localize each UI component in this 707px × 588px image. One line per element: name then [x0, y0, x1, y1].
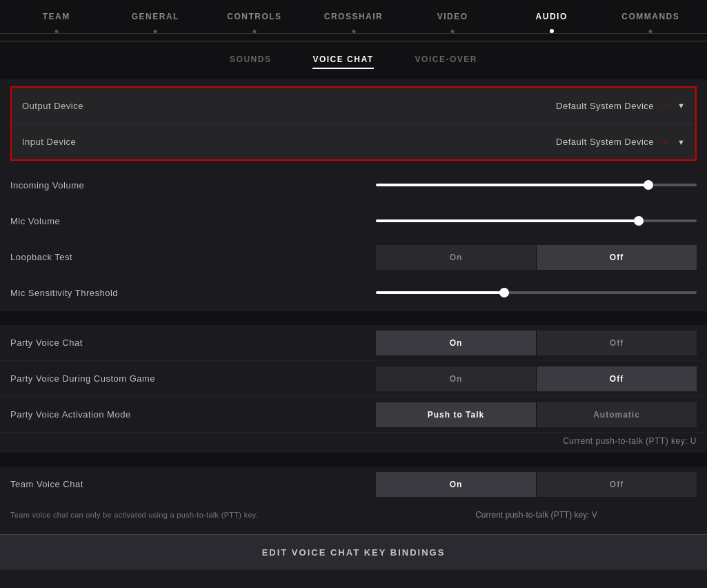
- edit-keybindings-button[interactable]: EDIT VOICE CHAT KEY BINDINGS: [0, 534, 707, 570]
- team-note-row: Team voice chat can only be activated us…: [0, 502, 707, 527]
- loopback-test-row: Loopback Test On Off: [0, 239, 707, 275]
- output-device-control[interactable]: Default System Device → ▼: [388, 100, 685, 111]
- party-voice-custom-off-button[interactable]: Off: [536, 366, 697, 391]
- party-voice-custom-row: Party Voice During Custom Game On Off: [0, 361, 707, 397]
- party-voice-chat-label: Party Voice Chat: [10, 337, 376, 348]
- party-ptt-info: Current push-to-talk (PTT) key: U: [0, 433, 707, 453]
- team-voice-chat-off-button[interactable]: Off: [536, 472, 697, 497]
- chevron-down-icon-2: ▼: [677, 138, 685, 146]
- top-navigation: TEAM GENERAL CONTROLS CROSSHAIR VIDEO AU…: [0, 0, 707, 34]
- party-voice-custom-on-button[interactable]: On: [376, 366, 536, 391]
- tab-commands[interactable]: COMMANDS: [601, 0, 700, 33]
- party-voice-activation-toggle: Push to Talk Automatic: [376, 402, 697, 427]
- mic-sensitivity-slider[interactable]: [376, 291, 697, 295]
- loopback-test-label: Loopback Test: [10, 252, 376, 262]
- slider-track-3: [376, 291, 697, 294]
- settings-content: Output Device Default System Device → ▼ …: [0, 86, 707, 527]
- output-device-row: Output Device Default System Device → ▼: [12, 88, 695, 124]
- incoming-volume-label: Incoming Volume: [10, 180, 376, 190]
- mic-volume-label: Mic Volume: [10, 216, 376, 226]
- input-device-label: Input Device: [22, 137, 388, 147]
- push-to-talk-button[interactable]: Push to Talk: [376, 402, 536, 427]
- slider-thumb-3[interactable]: [499, 288, 509, 297]
- slider-track: [376, 184, 697, 186]
- slider-thumb-2[interactable]: [634, 216, 644, 226]
- tab-crosshair[interactable]: CROSSHAIR: [304, 0, 404, 33]
- tab-audio[interactable]: AUDIO: [502, 0, 601, 33]
- team-voice-chat-control: On Off: [376, 472, 697, 497]
- tab-team[interactable]: TEAM: [7, 0, 106, 33]
- slider-thumb[interactable]: [644, 180, 653, 190]
- mic-sensitivity-row: Mic Sensitivity Threshold: [0, 275, 707, 311]
- section-divider-2: [0, 453, 707, 467]
- nav-connector: [0, 34, 707, 48]
- subtab-voice-chat[interactable]: VOICE CHAT: [312, 55, 373, 69]
- team-note-text: Team voice chat can only be activated us…: [10, 511, 376, 519]
- slider-fill: [376, 184, 648, 186]
- mic-volume-slider[interactable]: [376, 219, 697, 224]
- slider-fill-2: [376, 219, 639, 222]
- loopback-test-control: On Off: [376, 245, 697, 270]
- party-voice-activation-row: Party Voice Activation Mode Push to Talk…: [0, 397, 707, 433]
- mic-sensitivity-label: Mic Sensitivity Threshold: [10, 288, 376, 298]
- tab-controls[interactable]: CONTROLS: [205, 0, 304, 33]
- sub-navigation: SOUNDS VOICE CHAT VOICE-OVER: [0, 48, 707, 79]
- slider-track-2: [376, 219, 697, 222]
- party-voice-activation-control: Push to Talk Automatic: [376, 402, 697, 427]
- party-voice-chat-toggle: On Off: [376, 331, 697, 355]
- party-voice-custom-control: On Off: [376, 366, 697, 391]
- party-ptt-text: Current push-to-talk (PTT) key: U: [563, 436, 697, 446]
- party-voice-custom-toggle: On Off: [376, 366, 697, 391]
- device-section: Output Device Default System Device → ▼ …: [10, 86, 697, 161]
- incoming-volume-row: Incoming Volume: [0, 168, 707, 204]
- incoming-volume-control[interactable]: [376, 184, 697, 188]
- party-voice-activation-label: Party Voice Activation Mode: [10, 409, 376, 420]
- mic-volume-row: Mic Volume: [0, 204, 707, 239]
- loopback-on-button[interactable]: On: [376, 245, 536, 270]
- input-device-row: Input Device Default System Device → ▼: [12, 124, 695, 159]
- team-voice-chat-toggle: On Off: [376, 472, 697, 497]
- tab-general[interactable]: GENERAL: [106, 0, 206, 33]
- tab-video[interactable]: VIDEO: [403, 0, 502, 33]
- subtab-sounds[interactable]: SOUNDS: [230, 55, 271, 69]
- party-voice-custom-label: Party Voice During Custom Game: [10, 373, 376, 384]
- team-ptt-info: Current push-to-talk (PTT) key: V: [376, 510, 697, 520]
- mic-volume-control[interactable]: [376, 219, 697, 224]
- team-voice-chat-row: Team Voice Chat On Off: [0, 467, 707, 502]
- automatic-button[interactable]: Automatic: [536, 402, 697, 427]
- subtab-voice-over[interactable]: VOICE-OVER: [415, 55, 477, 69]
- party-voice-chat-on-button[interactable]: On: [376, 331, 536, 355]
- party-voice-chat-off-button[interactable]: Off: [536, 331, 697, 355]
- output-device-value: Default System Device: [556, 101, 654, 111]
- mic-sensitivity-control[interactable]: [376, 291, 697, 295]
- red-arrow-icon-2: →: [661, 137, 670, 148]
- slider-fill-3: [376, 291, 504, 294]
- loopback-off-button[interactable]: Off: [536, 245, 697, 270]
- section-divider-1: [0, 311, 707, 325]
- loopback-toggle-group: On Off: [376, 245, 697, 270]
- party-voice-chat-row: Party Voice Chat On Off: [0, 325, 707, 361]
- incoming-volume-slider[interactable]: [376, 184, 697, 188]
- output-device-label: Output Device: [22, 101, 388, 111]
- input-device-value: Default System Device: [556, 137, 654, 147]
- red-arrow-icon: →: [661, 100, 670, 111]
- input-device-control[interactable]: Default System Device → ▼: [388, 137, 685, 148]
- party-voice-chat-control: On Off: [376, 331, 697, 355]
- team-voice-chat-label: Team Voice Chat: [10, 479, 376, 489]
- chevron-down-icon: ▼: [677, 101, 685, 110]
- team-voice-chat-on-button[interactable]: On: [376, 472, 536, 497]
